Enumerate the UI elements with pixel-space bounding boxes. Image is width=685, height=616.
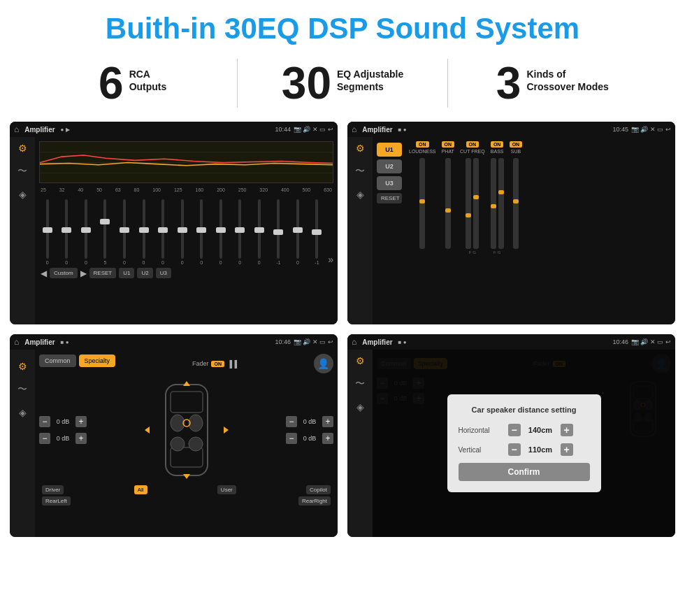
eq-u3-btn[interactable]: U3 bbox=[156, 268, 171, 278]
db-minus-1[interactable]: − bbox=[39, 416, 50, 427]
db-plus-2[interactable]: + bbox=[75, 433, 87, 444]
tab-common[interactable]: Common bbox=[39, 354, 76, 367]
status-icons-2: 📷 🔊 ✕ ▭ ↩ bbox=[631, 126, 671, 133]
vertical-minus-btn[interactable]: − bbox=[508, 443, 521, 456]
app-name-1: Amplifier bbox=[24, 126, 55, 134]
amp-preset-u3[interactable]: U3 bbox=[377, 176, 402, 190]
db-row-4: − 0 dB + bbox=[286, 433, 333, 444]
eq-custom-btn[interactable]: Custom bbox=[50, 268, 78, 278]
slider-12[interactable]: 0 bbox=[251, 199, 268, 265]
eq-sidebar-icon-wave[interactable]: 〜 bbox=[17, 165, 27, 178]
common-sidebar-icon-eq[interactable]: ⚙ bbox=[18, 361, 27, 372]
eq-u1-btn[interactable]: U1 bbox=[119, 268, 134, 278]
svg-marker-12 bbox=[183, 474, 190, 479]
amp-sidebar-icon-eq[interactable]: ⚙ bbox=[356, 143, 365, 154]
svg-point-6 bbox=[171, 415, 185, 431]
horizontal-minus-btn[interactable]: − bbox=[508, 424, 521, 436]
slider-4[interactable]: 5 bbox=[97, 199, 114, 265]
slider-9[interactable]: 0 bbox=[193, 199, 210, 265]
amp-preset-u1[interactable]: U1 bbox=[377, 143, 402, 157]
svg-point-9 bbox=[189, 437, 203, 451]
confirm-button[interactable]: Confirm bbox=[459, 463, 590, 481]
common-sidebar-icon-wave[interactable]: 〜 bbox=[17, 383, 27, 396]
label-rearleft[interactable]: RearLeft bbox=[42, 496, 71, 506]
sub-on-badge[interactable]: ON bbox=[510, 141, 523, 148]
dist-sidebar-icon-speaker[interactable]: ◈ bbox=[356, 401, 364, 413]
amp-preset-u2[interactable]: U2 bbox=[377, 159, 402, 173]
db-left-controls: − 0 dB + − 0 dB + bbox=[39, 378, 87, 482]
eq-prev-btn[interactable]: ◀ bbox=[41, 268, 47, 278]
home-icon-4[interactable]: ⌂ bbox=[352, 337, 356, 347]
vertical-label: Vertical bbox=[459, 446, 504, 454]
db-plus-4[interactable]: + bbox=[322, 433, 333, 444]
eq-next-btn[interactable]: ▶ bbox=[80, 268, 87, 278]
amp-sidebar-icon-wave[interactable]: 〜 bbox=[355, 165, 365, 178]
svg-rect-4 bbox=[171, 392, 203, 413]
label-all[interactable]: All bbox=[134, 485, 147, 494]
amp-content: ⚙ 〜 ◈ U1 U2 U3 RESET ON LOUDNESS bbox=[347, 137, 675, 324]
stat-eq: 30 EQ AdjustableSegments bbox=[252, 61, 433, 106]
screen-distance: ⌂ Amplifier ■ ● 10:46 📷 🔊 ✕ ▭ ↩ ⚙ 〜 ◈ bbox=[347, 334, 675, 537]
slider-3[interactable]: 0 bbox=[78, 199, 94, 265]
modal-overlay: Car speaker distance setting Horizontal … bbox=[373, 350, 675, 537]
status-dots-1: ● ▶ bbox=[61, 127, 70, 133]
loudness-on-badge[interactable]: ON bbox=[416, 141, 429, 148]
tab-specialty[interactable]: Specialty bbox=[79, 354, 116, 367]
home-icon-3[interactable]: ⌂ bbox=[14, 337, 19, 347]
distance-dialog: Car speaker distance setting Horizontal … bbox=[447, 394, 601, 492]
status-time-3: 10:46 bbox=[275, 338, 291, 345]
db-plus-1[interactable]: + bbox=[75, 416, 87, 427]
label-user[interactable]: User bbox=[217, 485, 236, 494]
svg-point-8 bbox=[171, 437, 185, 451]
dist-sidebar-icon-wave[interactable]: 〜 bbox=[355, 378, 365, 390]
slider-1[interactable]: 0 bbox=[39, 199, 56, 265]
amp-reset-btn[interactable]: RESET bbox=[377, 193, 402, 203]
slider-7[interactable]: 0 bbox=[154, 199, 171, 265]
db-minus-2[interactable]: − bbox=[39, 433, 50, 444]
common-sidebar-icon-speaker[interactable]: ◈ bbox=[19, 407, 27, 418]
eq-scroll-right[interactable]: » bbox=[328, 254, 333, 265]
eq-reset-btn[interactable]: RESET bbox=[89, 268, 117, 278]
slider-15[interactable]: -1 bbox=[309, 199, 326, 265]
slider-10[interactable]: 0 bbox=[212, 199, 229, 265]
amp-sidebar-icon-speaker[interactable]: ◈ bbox=[356, 189, 364, 200]
vertical-plus-btn[interactable]: + bbox=[561, 443, 573, 456]
db-row-1: − 0 dB + bbox=[39, 416, 87, 427]
label-driver[interactable]: Driver bbox=[42, 485, 64, 494]
stat-divider-1 bbox=[237, 59, 238, 108]
status-time-2: 10:45 bbox=[612, 126, 628, 133]
slider-11[interactable]: 0 bbox=[231, 199, 248, 265]
slider-14[interactable]: 0 bbox=[289, 199, 306, 265]
fader-on-badge[interactable]: ON bbox=[211, 361, 224, 367]
label-rearright[interactable]: RearRight bbox=[298, 496, 331, 506]
svg-rect-3 bbox=[166, 385, 208, 475]
amp-phat: ON PHAT bbox=[442, 141, 455, 320]
slider-6[interactable]: 0 bbox=[136, 199, 152, 265]
slider-2[interactable]: 0 bbox=[59, 199, 75, 265]
db-minus-4[interactable]: − bbox=[286, 433, 297, 444]
eq-sidebar: ⚙ 〜 ◈ bbox=[10, 137, 35, 324]
stat-rca: 6 RCAOutputs bbox=[42, 61, 223, 106]
horizontal-plus-btn[interactable]: + bbox=[561, 424, 573, 436]
db-val-2: 0 dB bbox=[53, 435, 73, 442]
cutfreq-on-badge[interactable]: ON bbox=[466, 141, 480, 148]
home-icon-1[interactable]: ⌂ bbox=[14, 124, 19, 134]
user-profile-icon[interactable]: 👤 bbox=[314, 354, 333, 373]
slider-13[interactable]: -1 bbox=[271, 199, 287, 265]
bass-on-badge[interactable]: ON bbox=[491, 141, 504, 148]
status-time-4: 10:46 bbox=[612, 338, 628, 345]
db-plus-3[interactable]: + bbox=[322, 416, 333, 427]
label-copilot[interactable]: Copilot bbox=[306, 485, 331, 494]
home-icon-2[interactable]: ⌂ bbox=[352, 124, 356, 134]
amp-presets: U1 U2 U3 RESET bbox=[373, 137, 406, 324]
phat-on-badge[interactable]: ON bbox=[442, 141, 455, 148]
speaker-rear-labels: RearLeft RearRight bbox=[39, 496, 333, 506]
db-minus-3[interactable]: − bbox=[286, 416, 297, 427]
eq-sidebar-icon-sliders[interactable]: ⚙ bbox=[18, 143, 27, 154]
slider-5[interactable]: 0 bbox=[116, 199, 133, 265]
slider-8[interactable]: 0 bbox=[174, 199, 191, 265]
dist-sidebar-icon-eq[interactable]: ⚙ bbox=[356, 355, 365, 366]
eq-u2-btn[interactable]: U2 bbox=[137, 268, 152, 278]
eq-sidebar-icon-speaker[interactable]: ◈ bbox=[19, 189, 27, 200]
eq-content: ⚙ 〜 ◈ 2 bbox=[10, 137, 338, 324]
